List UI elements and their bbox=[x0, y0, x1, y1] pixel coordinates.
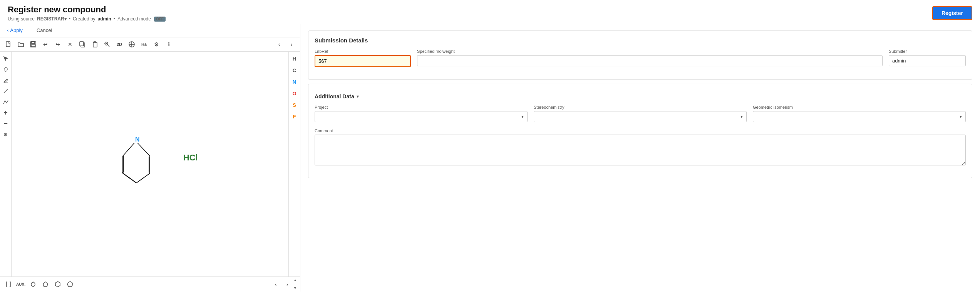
submitter-input bbox=[889, 55, 966, 66]
hplus-button[interactable]: H± bbox=[139, 39, 149, 50]
editor-bottom-toolbar: AUX. ‹ bbox=[0, 276, 300, 292]
s-group-tool[interactable] bbox=[28, 279, 39, 290]
submission-details-box: Submission Details LnbRef Specified molw… bbox=[308, 30, 972, 80]
apply-chevron: ‹ bbox=[7, 27, 8, 33]
using-source-label: Using source bbox=[8, 16, 35, 22]
submitter-label: Submitter bbox=[889, 49, 966, 54]
copy-button[interactable] bbox=[77, 39, 88, 50]
atom-s[interactable]: S bbox=[290, 100, 299, 110]
header-meta: Using source REGISTRAR▾ • Created by adm… bbox=[8, 16, 166, 22]
save-button[interactable] bbox=[28, 39, 39, 50]
header-left: Register new compound Using source REGIS… bbox=[8, 5, 166, 22]
editor-tabs: ‹ Apply Cancel bbox=[0, 24, 300, 37]
settings-button[interactable]: ⚙ bbox=[151, 39, 162, 50]
comment-textarea[interactable] bbox=[315, 135, 966, 165]
svg-rect-5 bbox=[80, 42, 84, 46]
registrar-dropdown[interactable]: REGISTRAR▾ bbox=[37, 16, 67, 22]
nav-left[interactable]: ‹ bbox=[270, 279, 281, 290]
molweight-group: Specified molweight bbox=[417, 49, 883, 67]
stereochemistry-group: Stereochemistry ▼ bbox=[534, 105, 747, 122]
atom-c[interactable]: C bbox=[290, 66, 299, 75]
admin-value: admin bbox=[98, 16, 111, 22]
advanced-mode-badge[interactable]: OFF bbox=[154, 17, 166, 22]
stereochemistry-label: Stereochemistry bbox=[534, 105, 747, 110]
zoom-button[interactable] bbox=[102, 39, 112, 50]
molecule-structure: N bbox=[107, 133, 165, 196]
molweight-label: Specified molweight bbox=[417, 49, 883, 54]
scroll-arrows: ▲ ▼ bbox=[293, 278, 297, 290]
project-select[interactable] bbox=[315, 111, 528, 122]
header-right: Register bbox=[932, 5, 972, 20]
zoom-in-tool[interactable]: + bbox=[1, 108, 10, 117]
svg-marker-22 bbox=[67, 282, 73, 287]
add-structure-button[interactable] bbox=[126, 39, 137, 50]
additional-row-1: Project ▼ Stereochemistry ▼ bbox=[315, 105, 966, 122]
open-button[interactable] bbox=[15, 39, 26, 50]
register-button[interactable]: Register bbox=[932, 6, 972, 20]
bottom-right-controls: ‹ › ▲ ▼ bbox=[270, 278, 297, 290]
svg-rect-3 bbox=[31, 45, 35, 47]
atom-h[interactable]: H bbox=[290, 54, 299, 63]
scroll-up[interactable]: ▲ bbox=[293, 278, 297, 282]
lnbref-group: LnbRef bbox=[315, 49, 411, 67]
dot1: • bbox=[69, 16, 70, 22]
editor-canvas: + − ⊕ N bbox=[0, 52, 300, 276]
bond-tool[interactable] bbox=[1, 86, 10, 96]
svg-line-10 bbox=[137, 143, 150, 156]
paste-button[interactable] bbox=[89, 39, 100, 50]
geometric-isomerism-select-wrapper: ▼ bbox=[753, 111, 966, 122]
apply-tab[interactable]: ‹ Apply bbox=[0, 24, 30, 37]
svg-line-17 bbox=[123, 143, 134, 156]
info-button[interactable]: ℹ bbox=[163, 39, 174, 50]
additional-data-box: Additional Data ▾ Project ▼ Stereochemis… bbox=[308, 84, 972, 178]
zoom-out-tool[interactable]: − bbox=[1, 119, 10, 128]
molweight-input[interactable] bbox=[417, 55, 883, 66]
atom-palette: H C N O S F bbox=[288, 52, 300, 276]
scroll-down[interactable]: ▼ bbox=[293, 287, 297, 290]
comment-label: Comment bbox=[315, 128, 966, 133]
header: Register new compound Using source REGIS… bbox=[0, 0, 980, 24]
side-tools-left: + − ⊕ bbox=[0, 52, 12, 276]
atom-n[interactable]: N bbox=[290, 77, 299, 86]
project-group: Project ▼ bbox=[315, 105, 528, 122]
heptagon-tool[interactable] bbox=[65, 279, 75, 290]
cancel-tab[interactable]: Cancel bbox=[30, 24, 59, 37]
redo-button[interactable]: ↪ bbox=[52, 39, 63, 50]
stereochemistry-select[interactable] bbox=[534, 111, 747, 122]
new-file-button[interactable] bbox=[3, 39, 14, 50]
nav-right[interactable]: › bbox=[282, 279, 293, 290]
selection-tool[interactable] bbox=[1, 54, 10, 63]
collapse-right-button[interactable]: › bbox=[286, 39, 297, 50]
hexagon-tool[interactable] bbox=[52, 279, 63, 290]
atom-o[interactable]: O bbox=[290, 89, 299, 98]
molecule-canvas[interactable]: N bbox=[12, 52, 288, 276]
bracket-tool[interactable] bbox=[3, 279, 14, 290]
aux-tool[interactable]: AUX. bbox=[15, 279, 26, 290]
chain-tool[interactable] bbox=[1, 97, 10, 106]
geometric-isomerism-group: Geometric isomerism ▼ bbox=[753, 105, 966, 122]
project-label: Project bbox=[315, 105, 528, 110]
atom-f[interactable]: F bbox=[290, 112, 299, 121]
additional-data-chevron[interactable]: ▾ bbox=[357, 94, 359, 99]
svg-rect-6 bbox=[93, 42, 97, 47]
delete-button[interactable]: ✕ bbox=[65, 39, 75, 50]
2d-button[interactable]: 2D bbox=[114, 39, 125, 50]
submission-details-title: Submission Details bbox=[315, 37, 966, 44]
eraser-tool[interactable] bbox=[1, 76, 10, 85]
lasso-tool[interactable] bbox=[1, 65, 10, 74]
structure-editor-panel: ‹ Apply Cancel bbox=[0, 24, 300, 292]
geometric-isomerism-select[interactable] bbox=[753, 111, 966, 122]
page-title: Register new compound bbox=[8, 5, 166, 15]
dot2: • bbox=[114, 16, 115, 22]
pentagon-tool[interactable] bbox=[40, 279, 51, 290]
measure-tool[interactable]: ⊕ bbox=[1, 130, 10, 139]
svg-rect-0 bbox=[6, 42, 10, 47]
svg-text:N: N bbox=[135, 136, 140, 142]
additional-data-title: Additional Data bbox=[315, 93, 354, 99]
editor-toolbar: ↩ ↪ ✕ bbox=[0, 37, 300, 52]
lnbref-input[interactable] bbox=[315, 55, 411, 67]
collapse-left-button[interactable]: ‹ bbox=[274, 39, 285, 50]
undo-button[interactable]: ↩ bbox=[40, 39, 51, 50]
svg-rect-2 bbox=[32, 42, 35, 44]
submitter-group: Submitter bbox=[889, 49, 966, 67]
